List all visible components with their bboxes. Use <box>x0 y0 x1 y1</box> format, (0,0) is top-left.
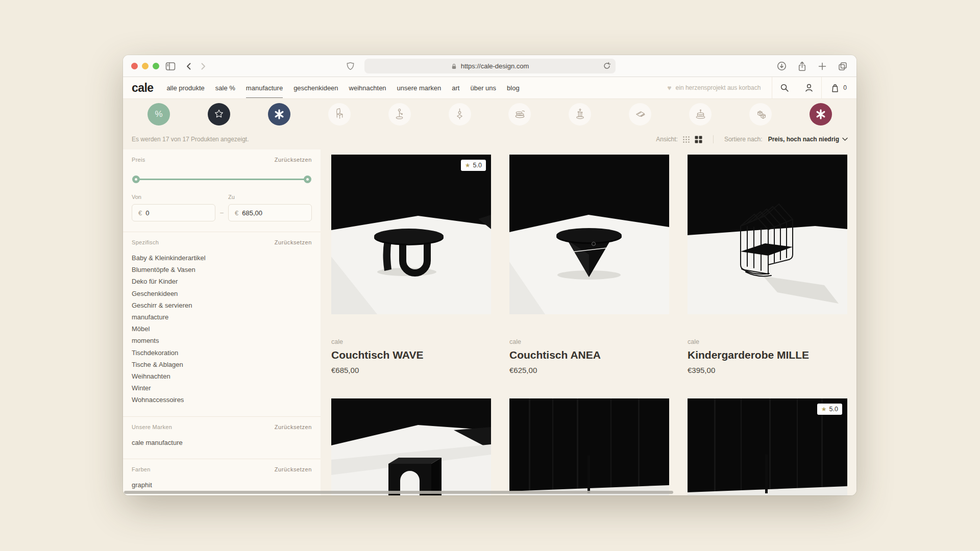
product-card[interactable]: cale Kindergarderobe MILLE €395,00 <box>688 155 847 398</box>
product-title[interactable]: Couchtisch WAVE <box>331 349 491 361</box>
specific-filter-section: Spezifisch Zurücksetzen Baby & Kleinkind… <box>123 232 321 417</box>
filter-option[interactable]: Deko für Kinder <box>132 276 312 287</box>
product-title[interactable]: Couchtisch ANEA <box>509 349 669 361</box>
new-tab-button[interactable] <box>818 62 827 71</box>
category-leuchten[interactable] <box>449 103 471 126</box>
price-to-input[interactable]: € 685,00 <box>228 204 312 221</box>
filter-option[interactable]: Tische & Ablagen <box>132 359 312 370</box>
nav-item-alle-produkte[interactable]: alle produkte <box>166 84 204 92</box>
filter-option[interactable]: Weihnachten <box>132 370 312 382</box>
filter-option[interactable]: Möbel <box>132 323 312 335</box>
category-moebel[interactable] <box>328 103 351 126</box>
tagline-text: ein herzensprojekt aus korbach <box>676 84 761 91</box>
category-spiele[interactable] <box>749 103 772 126</box>
price-slider-handle-min[interactable] <box>132 176 140 183</box>
category-werkzeug[interactable] <box>569 103 591 126</box>
nav-item-unsere-marken[interactable]: unsere marken <box>397 84 442 92</box>
close-button[interactable] <box>131 63 138 69</box>
product-card[interactable]: cale Couchtisch ANEA €625,00 <box>509 155 669 398</box>
specific-filter-list: Baby & Kleinkinderartikel Blumentöpfe & … <box>132 252 312 406</box>
category-featured-star[interactable] <box>208 103 230 126</box>
category-lampen[interactable] <box>388 103 411 126</box>
search-button[interactable] <box>772 77 797 98</box>
brands-reset-button[interactable]: Zurücksetzen <box>275 424 312 430</box>
browser-toolbar: https://cale-design.com <box>123 55 856 77</box>
price-from-input[interactable]: € 0 <box>132 204 215 221</box>
brands-filter-title: Unsere Marken <box>132 424 172 430</box>
nav-item-manufacture[interactable]: manufacture <box>246 84 283 92</box>
nav-item-blog[interactable]: blog <box>507 84 520 92</box>
category-manufacture-asterisk[interactable] <box>268 103 290 126</box>
sort-dropdown[interactable]: Preis, hoch nach niedrig <box>768 136 848 143</box>
privacy-report-button[interactable] <box>346 55 355 77</box>
url-text: https://cale-design.com <box>461 62 529 70</box>
specific-filter-title: Spezifisch <box>132 239 159 245</box>
horizontal-scrollbar-thumb[interactable] <box>124 491 673 494</box>
product-brand: cale <box>509 338 669 345</box>
results-toolbar: Es werden 17 von 17 Produkten angezeigt.… <box>123 129 856 149</box>
filter-option[interactable]: Wohnaccessoires <box>132 394 312 406</box>
address-bar[interactable]: https://cale-design.com <box>364 59 616 73</box>
site-logo[interactable]: cale <box>132 81 153 95</box>
filter-option[interactable]: Geschirr & servieren <box>132 299 312 311</box>
filter-option[interactable]: Geschenkideen <box>132 288 312 299</box>
filter-option[interactable]: cale manufacture <box>132 437 312 448</box>
reload-button[interactable] <box>603 62 611 70</box>
filter-option[interactable]: graphit <box>132 479 312 491</box>
nav-item-geschenkideen[interactable]: geschenkideen <box>293 84 338 92</box>
product-title[interactable]: Kindergarderobe MILLE <box>688 349 847 361</box>
cart-button[interactable]: 0 <box>822 77 856 98</box>
category-papeterie[interactable] <box>629 103 651 126</box>
sidebar-toggle-button[interactable] <box>165 55 176 77</box>
nav-item-sale[interactable]: sale % <box>215 84 235 92</box>
tab-overview-button[interactable] <box>838 61 848 71</box>
colors-filter-title: Farben <box>132 466 151 472</box>
specific-reset-button[interactable]: Zurücksetzen <box>275 239 312 245</box>
view-grid-small-button[interactable] <box>682 136 690 143</box>
nav-item-weihnachten[interactable]: weihnachten <box>349 84 386 92</box>
minimize-button[interactable] <box>142 63 149 69</box>
share-icon[interactable] <box>797 61 807 71</box>
product-image <box>331 398 491 495</box>
percent-icon: % <box>155 109 162 119</box>
filter-option[interactable]: Winter <box>132 382 312 394</box>
price-slider-handle-max[interactable] <box>304 176 311 183</box>
price-range-slider[interactable] <box>133 176 310 183</box>
product-brand: cale <box>331 338 491 345</box>
filter-option[interactable]: Tischdekoration <box>132 347 312 359</box>
filter-option[interactable]: Blumentöpfe & Vasen <box>132 264 312 276</box>
nav-item-art[interactable]: art <box>452 84 459 92</box>
product-card[interactable]: ★ 5.0 cale Couchtisch WAVE €685,00 <box>331 155 491 398</box>
back-button[interactable] <box>184 55 193 77</box>
account-button[interactable] <box>797 77 821 98</box>
product-card[interactable] <box>331 398 491 495</box>
zoom-button[interactable] <box>153 63 159 69</box>
product-card[interactable]: ★ 5.0 <box>688 398 847 495</box>
rating-value: 5.0 <box>829 406 838 413</box>
cart-bag-icon <box>830 83 840 93</box>
slider-track <box>133 179 310 180</box>
downloads-button[interactable] <box>777 61 787 71</box>
filter-option[interactable]: manufacture <box>132 311 312 323</box>
product-card[interactable] <box>509 398 669 495</box>
product-image <box>509 398 669 495</box>
colors-reset-button[interactable]: Zurücksetzen <box>275 466 312 472</box>
notepad-icon <box>633 107 647 121</box>
nav-item-ueber-uns[interactable]: über uns <box>470 84 496 92</box>
category-brand-asterisk[interactable] <box>810 103 832 126</box>
search-icon <box>779 82 790 93</box>
category-icon-row: % <box>123 99 856 129</box>
lock-icon <box>451 63 457 70</box>
brands-filter-section: Unsere Marken Zurücksetzen cale manufact… <box>123 417 321 459</box>
colors-filter-section: Farben Zurücksetzen graphit grey Light K… <box>123 459 321 495</box>
view-grid-large-button[interactable] <box>695 136 702 143</box>
category-sale-percent[interactable]: % <box>148 103 170 126</box>
category-kerzen[interactable] <box>689 103 712 126</box>
filter-option[interactable]: moments <box>132 335 312 346</box>
category-geschirr[interactable] <box>508 103 531 126</box>
filter-option[interactable]: Baby & Kleinkinderartikel <box>132 252 312 264</box>
forward-button[interactable] <box>199 55 208 77</box>
price-reset-button[interactable]: Zurücksetzen <box>275 157 312 163</box>
product-price: €685,00 <box>331 366 491 374</box>
rating-badge: ★ 5.0 <box>461 160 486 171</box>
